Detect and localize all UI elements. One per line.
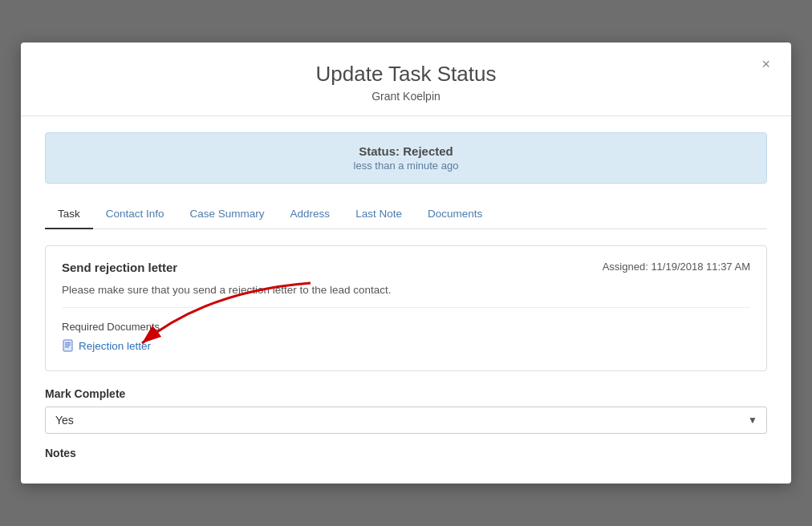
mark-complete-label: Mark Complete [45,387,767,400]
tab-case-summary[interactable]: Case Summary [177,200,278,229]
svg-rect-0 [63,340,72,351]
task-card-description: Please make sure that you send a rejecti… [62,284,750,308]
close-button[interactable]: × [755,54,777,75]
svg-rect-1 [65,342,71,343]
svg-rect-3 [65,346,69,347]
task-card: Send rejection letter Assigned: 11/19/20… [45,245,767,371]
mark-complete-select-wrapper: Yes No ▼ [45,407,767,434]
tab-bar: Task Contact Info Case Summary Address L… [45,200,767,229]
tab-address[interactable]: Address [278,200,343,229]
tab-last-note[interactable]: Last Note [343,200,415,229]
modal-subtitle: Grant Koelpin [53,90,759,103]
rejection-letter-link[interactable]: Rejection letter [62,339,151,352]
modal-title: Update Task Status [53,62,759,87]
modal-overlay: Update Task Status Grant Koelpin × Statu… [0,0,812,526]
notes-section: Notes [45,447,767,459]
status-banner-title: Status: Rejected [62,144,750,158]
task-card-title: Send rejection letter [62,261,177,274]
tab-contact-info[interactable]: Contact Info [93,200,177,229]
task-card-header: Send rejection letter Assigned: 11/19/20… [62,261,750,274]
modal-header: Update Task Status Grant Koelpin × [21,42,791,116]
rejection-letter-label: Rejection letter [79,340,151,352]
status-banner: Status: Rejected less than a minute ago [45,132,767,184]
required-docs-label: Required Documents [62,321,750,333]
tab-documents[interactable]: Documents [415,200,495,229]
doc-link-container: Rejection letter [62,339,151,354]
notes-label: Notes [45,447,767,459]
tab-task[interactable]: Task [45,200,93,229]
modal-dialog: Update Task Status Grant Koelpin × Statu… [21,42,791,484]
status-banner-subtitle: less than a minute ago [62,160,750,172]
modal-body: Status: Rejected less than a minute ago … [21,116,791,484]
svg-rect-2 [65,345,71,346]
mark-complete-section: Mark Complete Yes No ▼ [45,387,767,434]
task-card-assigned: Assigned: 11/19/2018 11:37 AM [603,261,750,273]
mark-complete-select[interactable]: Yes No [45,407,767,434]
document-icon [62,339,75,352]
